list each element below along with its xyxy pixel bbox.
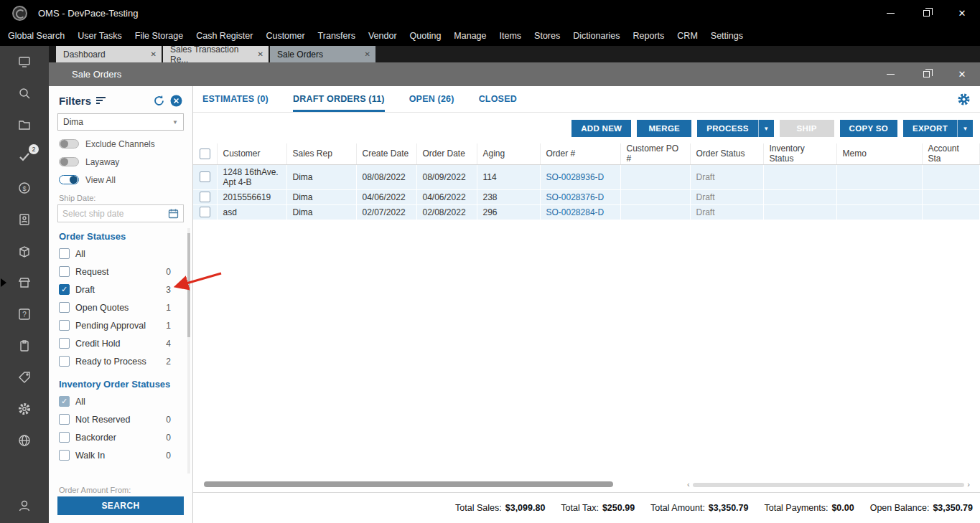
filter-order-status-pending-approval[interactable]: Pending Approval 1 (49, 316, 192, 334)
row-checkbox[interactable] (200, 207, 210, 217)
toggle-switch[interactable] (59, 157, 79, 166)
col-header-memo[interactable]: Memo (836, 143, 922, 164)
settings-icon[interactable] (17, 402, 32, 416)
filter-order-status-credit-hold[interactable]: Credit Hold 4 (49, 334, 192, 352)
scrollbar-thumb[interactable] (204, 481, 613, 487)
export-dropdown-caret[interactable] (957, 120, 973, 137)
menu-item-crm[interactable]: CRM (671, 26, 704, 46)
toggle-switch[interactable] (59, 139, 79, 149)
checkbox[interactable] (59, 302, 70, 313)
close-icon[interactable] (151, 50, 157, 58)
menu-item-vendor[interactable]: Vendor (362, 26, 403, 46)
toggle-layaway[interactable]: Layaway (49, 153, 192, 171)
scroll-right-icon[interactable]: › (967, 481, 970, 488)
menu-item-dictionaries[interactable]: Dictionaries (566, 26, 626, 46)
toggle-view-all[interactable]: View All (49, 171, 192, 189)
stores-icon[interactable] (17, 275, 32, 290)
filter-order-status-draft[interactable]: Draft 3 (49, 281, 192, 298)
row-checkbox[interactable] (200, 171, 210, 182)
table-row[interactable]: 2015556619 Dima 04/06/2022 04/06/2022 23… (193, 189, 980, 204)
menu-item-transfers[interactable]: Transfers (312, 26, 362, 46)
search-button[interactable]: SEARCH (57, 496, 184, 515)
menu-item-items[interactable]: Items (493, 26, 528, 46)
checkbox[interactable] (59, 266, 70, 277)
copy-so-button[interactable]: COPY SO (840, 120, 897, 137)
filter-inventory-status-backorder[interactable]: Backorder 0 (49, 428, 192, 446)
tab-draft-orders[interactable]: DRAFT ORDERS (11) (293, 86, 385, 112)
col-header-inventory-status[interactable]: Inventory Status (763, 143, 836, 164)
tab-open[interactable]: OPEN (26) (409, 86, 454, 112)
export-button[interactable]: EXPORT (903, 120, 957, 137)
menu-item-quoting[interactable]: Quoting (403, 26, 448, 46)
order-number-link[interactable]: SO-0028936-D (540, 164, 620, 189)
filter-inventory-status-walk-in[interactable]: Walk In 0 (49, 446, 192, 464)
col-header-sales-rep[interactable]: Sales Rep (286, 143, 356, 164)
help-icon[interactable]: ? (17, 307, 32, 321)
refresh-icon[interactable] (153, 95, 165, 107)
filter-order-status-open-quotes[interactable]: Open Quotes 1 (49, 298, 192, 316)
checkbox[interactable] (59, 414, 70, 425)
calendar-icon[interactable] (168, 208, 179, 219)
grid-settings-gear-icon[interactable] (957, 93, 971, 106)
filter-order-status-ready-to-process[interactable]: Ready to Process 2 (49, 352, 192, 370)
menu-item-reports[interactable]: Reports (627, 26, 671, 46)
col-header-aging[interactable]: Aging (477, 143, 540, 164)
table-row[interactable]: asd Dima 02/07/2022 02/08/2022 296 SO-00… (193, 204, 980, 220)
menu-item-user-tasks[interactable]: User Tasks (71, 26, 129, 46)
tab-closed[interactable]: CLOSED (479, 86, 517, 112)
scrollbar-thumb[interactable] (693, 483, 965, 487)
checkbox[interactable] (59, 338, 70, 349)
menu-item-file-storage[interactable]: File Storage (129, 26, 190, 46)
add-new-button[interactable]: ADD NEW (571, 120, 631, 137)
col-header-customer-po[interactable]: Customer PO # (620, 143, 690, 164)
menu-item-manage[interactable]: Manage (447, 26, 493, 46)
toggle-exclude-channels[interactable]: Exclude Channels (49, 135, 192, 153)
filter-order-status-request[interactable]: Request 0 (49, 263, 192, 281)
clear-filters-icon[interactable] (170, 95, 182, 107)
panel-expander-icon[interactable] (1, 278, 6, 287)
order-number-link[interactable]: SO-0028284-D (540, 204, 620, 220)
toggle-switch[interactable] (59, 175, 79, 184)
process-button[interactable]: PROCESS (697, 120, 757, 137)
select-all-checkbox[interactable] (200, 149, 210, 159)
sales-rep-dropdown[interactable]: Dima (57, 113, 184, 131)
window-restore-button[interactable] (908, 62, 944, 86)
col-header-order-date[interactable]: Order Date (416, 143, 477, 164)
checkbox-checked-disabled[interactable] (59, 396, 70, 407)
orders-icon[interactable] (17, 339, 32, 353)
checkbox[interactable] (59, 320, 70, 331)
filter-order-status-all[interactable]: All (49, 245, 192, 263)
menu-item-settings[interactable]: Settings (704, 26, 750, 46)
file-storage-icon[interactable] (17, 118, 32, 132)
user-icon[interactable] (17, 499, 32, 513)
row-checkbox[interactable] (200, 192, 210, 202)
ship-date-input[interactable] (62, 209, 165, 219)
globe-icon[interactable] (17, 433, 32, 448)
close-button[interactable] (944, 0, 980, 26)
customers-icon[interactable] (17, 212, 32, 227)
table-row[interactable]: 1248 16thAve. Apt 4-B Dima 08/08/2022 08… (193, 164, 980, 189)
search-icon[interactable] (17, 86, 32, 100)
col-header-order-number[interactable]: Order # (540, 143, 620, 164)
order-number-link[interactable]: SO-0028376-D (540, 189, 620, 204)
inventory-icon[interactable] (17, 244, 32, 258)
merge-button[interactable]: MERGE (637, 120, 691, 137)
menu-item-stores[interactable]: Stores (528, 26, 566, 46)
process-dropdown-caret[interactable] (758, 120, 774, 137)
checkbox[interactable] (59, 432, 70, 443)
col-header-create-date[interactable]: Create Date (356, 143, 416, 164)
menu-item-customer[interactable]: Customer (259, 26, 311, 46)
doc-tab-sales-transaction[interactable]: Sales Transaction Re... (163, 46, 269, 62)
close-icon[interactable] (258, 50, 263, 58)
tags-icon[interactable] (17, 370, 32, 385)
checkbox-checked[interactable] (59, 284, 70, 295)
doc-tab-dashboard[interactable]: Dashboard (56, 46, 162, 62)
checkbox[interactable] (59, 248, 70, 259)
col-header-customer[interactable]: Customer (217, 143, 286, 164)
close-icon[interactable] (365, 50, 370, 58)
checkbox[interactable] (59, 356, 70, 367)
filters-scrollbar-thumb[interactable] (187, 233, 190, 337)
menu-item-global-search[interactable]: Global Search (1, 26, 71, 46)
window-minimize-button[interactable] (872, 62, 908, 86)
filter-inventory-status-not-reserved[interactable]: Not Reserved 0 (49, 410, 192, 428)
